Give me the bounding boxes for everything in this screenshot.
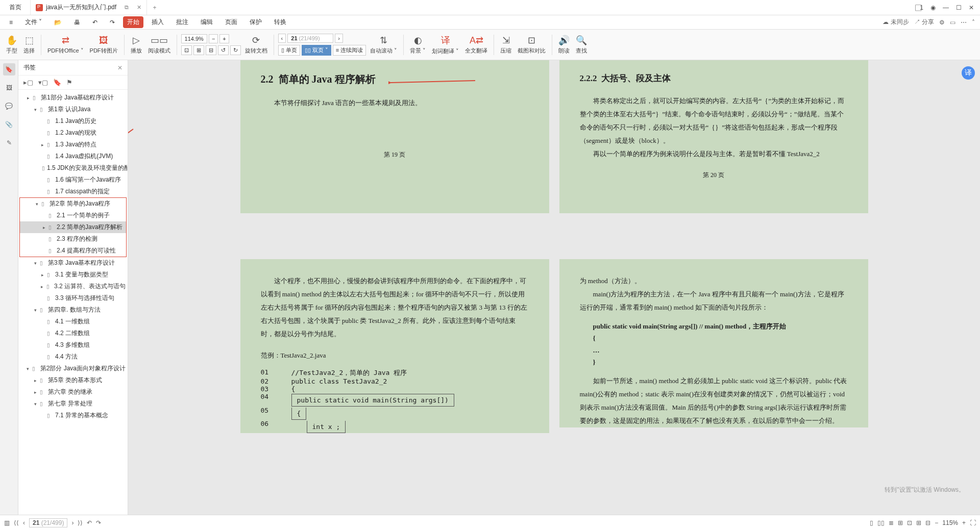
bookmark-item[interactable]: ▸▯第1部分 Java基础程序设计 — [18, 92, 128, 104]
badge-1-icon[interactable]: ⃞1 — [920, 4, 923, 11]
window-split-icon[interactable]: ▭ — [950, 19, 955, 26]
bookmark-item[interactable]: ▸▯1.3 Java的特点 — [18, 139, 128, 150]
tool-bg[interactable]: ◐背景 ˅ — [408, 30, 428, 60]
bookmark-item[interactable]: ▯4.1 一维数组 — [18, 316, 128, 327]
stat-first-icon[interactable]: ⟨⟨ — [14, 519, 19, 526]
bookmark-item[interactable]: ▯4.2 二维数组 — [18, 327, 128, 339]
menu-convert[interactable]: 转换 — [270, 16, 290, 28]
flag-icon[interactable]: ⚑ — [66, 79, 72, 86]
stat-layout-3-icon[interactable]: ≣ — [889, 519, 894, 526]
bookmark-tab-icon[interactable]: 🔖 — [3, 63, 15, 75]
tab-file[interactable]: java从一无所知到入门.pdf ⧉ ✕ — [31, 0, 147, 15]
stat-fwd-icon[interactable]: ↷ — [96, 519, 101, 526]
fit-icon-1[interactable]: ⊡ — [181, 45, 192, 55]
bookmark-item[interactable]: ▯1.1 Java的历史 — [18, 115, 128, 127]
tool-readaloud[interactable]: 🔊朗读 — [556, 30, 572, 60]
menu-protect[interactable]: 保护 — [246, 16, 266, 28]
bookmark-item[interactable]: ▯1.2 Java的现状 — [18, 127, 128, 139]
layout-single[interactable]: ▯ 单页 — [278, 45, 300, 56]
next-page-icon[interactable]: › — [335, 34, 343, 43]
stat-layout-2-icon[interactable]: ▯▯ — [877, 519, 885, 526]
bookmark-item[interactable]: ▯1.6 编写第一个Java程序 — [18, 174, 128, 186]
expand-all-icon[interactable]: ▸▢ — [23, 79, 33, 86]
sidebar-close-icon[interactable]: ✕ — [117, 64, 122, 71]
bookmark-item[interactable]: ▸▯3.2 运算符、表达式与语句 — [18, 281, 128, 292]
tool-autoscroll[interactable]: ⇅自动滚动 ˅ — [368, 30, 399, 60]
tool-hand[interactable]: ✋手型 — [4, 30, 19, 60]
zoom-out-icon[interactable]: − — [209, 34, 218, 43]
page-input[interactable]: 21 (21/499) — [287, 34, 333, 43]
undo-icon[interactable]: ↶ — [88, 17, 102, 28]
stat-last-icon[interactable]: ⟩⟩ — [78, 519, 83, 526]
stat-zoom-value[interactable]: 115% — [942, 519, 958, 526]
bookmark-item[interactable]: ▯1.7 classpath的指定 — [18, 186, 128, 197]
stat-next-icon[interactable]: › — [71, 519, 74, 526]
tool-play[interactable]: ▷播放 — [129, 30, 144, 60]
stat-fit-3-icon[interactable]: ⊟ — [925, 519, 930, 526]
bookmark-item[interactable]: ▸▯2.2 简单的Java程序解析 — [20, 221, 126, 233]
collapse-all-icon[interactable]: ▾▢ — [38, 79, 48, 86]
prev-page-icon[interactable]: ‹ — [278, 34, 286, 43]
settings-icon[interactable]: ⚙ — [939, 19, 945, 26]
attachment-tab-icon[interactable]: 📎 — [3, 118, 15, 131]
zoom-in-icon[interactable]: + — [219, 34, 229, 43]
bookmark-item[interactable]: ▯1.5 JDK的安装及环境变量的配置 — [18, 162, 128, 174]
bookmark-item[interactable]: ▾▯第2章 简单的Java程序 — [20, 198, 126, 210]
menu-hamburger-icon[interactable]: ≡ — [5, 17, 17, 28]
bookmark-item[interactable]: ▾▯第四章. 数组与方法 — [18, 304, 128, 316]
stat-fullscreen-icon[interactable]: ⛶ — [970, 519, 976, 526]
tab-home[interactable]: 首页 — [0, 0, 31, 15]
collapse-ribbon-icon[interactable]: ˄ — [972, 19, 975, 26]
bookmark-item[interactable]: ▯2.1 一个简单的例子 — [20, 210, 126, 221]
stat-prev-icon[interactable]: ‹ — [23, 519, 25, 526]
bookmark-item[interactable]: ▸▯第5章 类的基本形式 — [18, 374, 128, 386]
close-window-icon[interactable]: ✕ — [969, 4, 974, 11]
new-tab-button[interactable]: + — [147, 0, 162, 15]
layout-continuous[interactable]: ≡ 连续阅读 — [333, 45, 366, 56]
stat-sidebar-icon[interactable]: ▥ — [4, 519, 10, 526]
fit-icon-2[interactable]: ⊞ — [193, 45, 204, 55]
bookmark-item[interactable]: ▾▯第1章 认识Java — [18, 104, 128, 115]
menu-annotate[interactable]: 批注 — [172, 16, 192, 28]
more-icon[interactable]: ⋯ — [961, 19, 967, 26]
edit-tab-icon[interactable]: ✎ — [3, 137, 15, 149]
bookmark-item[interactable]: ▯4.4 方法 — [18, 351, 128, 363]
tool-find[interactable]: 🔍查找 — [574, 30, 589, 60]
bookmark-item[interactable]: ▾▯第2部分 Java面向对象程序设计 — [18, 363, 128, 374]
bookmark-item[interactable]: ▯2.4 提高程序的可读性 — [20, 245, 126, 257]
rotate-left-icon[interactable]: ↺ — [218, 45, 229, 55]
zoom-input[interactable]: 114.9% — [181, 34, 207, 43]
bookmark-item[interactable]: ▯7.1 异常的基本概念 — [18, 410, 128, 421]
tool-readmode[interactable]: ▭▭阅读模式 — [146, 30, 173, 60]
menu-insert[interactable]: 插入 — [148, 16, 168, 28]
share-button[interactable]: ↗ 分享 — [914, 18, 934, 27]
comment-tab-icon[interactable]: 💬 — [3, 100, 15, 112]
stat-page-input[interactable]: 21 (21/499) — [29, 518, 67, 527]
tool-pdf2office[interactable]: ⇄PDF转Office ˅ — [45, 30, 86, 60]
bookmark-item[interactable]: ▸▯3.1 变量与数据类型 — [18, 269, 128, 281]
stat-back-icon[interactable]: ↶ — [87, 519, 92, 526]
stat-fit-1-icon[interactable]: ⊡ — [907, 519, 912, 526]
bookmark-item[interactable]: ▯4.3 多维数组 — [18, 339, 128, 351]
bookmark-item[interactable]: ▯1.4 Java虚拟机(JVM) — [18, 150, 128, 162]
document-viewport[interactable]: 2.2 简单的 Java 程序解析 本节将仔细探讨 Java 语言的一些基本规则… — [128, 60, 980, 515]
bookmark-item[interactable]: ▸▯第六章 类的继承 — [18, 386, 128, 398]
bookmark-item[interactable]: ▾▯第3章 Java基本程序设计 — [18, 257, 128, 269]
float-translate-badge[interactable]: 译 — [962, 66, 975, 80]
open-icon[interactable]: 📂 — [50, 17, 66, 28]
tool-rotate[interactable]: ⟳旋转文档 — [243, 30, 270, 60]
menu-file[interactable]: 文件 ˅ — [21, 16, 46, 28]
bookmark-item[interactable]: ▾▯第七章 异常处理 — [18, 398, 128, 410]
tab-close-icon[interactable]: ✕ — [137, 4, 141, 11]
fit-icon-3[interactable]: ⊟ — [206, 45, 216, 55]
print-icon[interactable]: 🖶 — [70, 17, 84, 28]
tool-snapshot[interactable]: ⊡截图和对比 — [516, 30, 548, 60]
bookmark-icon[interactable]: 🔖 — [53, 79, 61, 86]
tool-pdf2img[interactable]: 🖼PDF转图片 — [88, 30, 120, 60]
rotate-right-icon[interactable]: ↻ — [230, 45, 241, 55]
tool-select[interactable]: ⬚选择 — [21, 30, 37, 60]
maximize-icon[interactable]: ☐ — [956, 4, 962, 11]
tool-wordtrans[interactable]: 译划词翻译 ˅ — [430, 30, 461, 60]
avatar-icon[interactable]: ◉ — [930, 4, 936, 11]
stat-fit-2-icon[interactable]: ⊞ — [916, 519, 921, 526]
